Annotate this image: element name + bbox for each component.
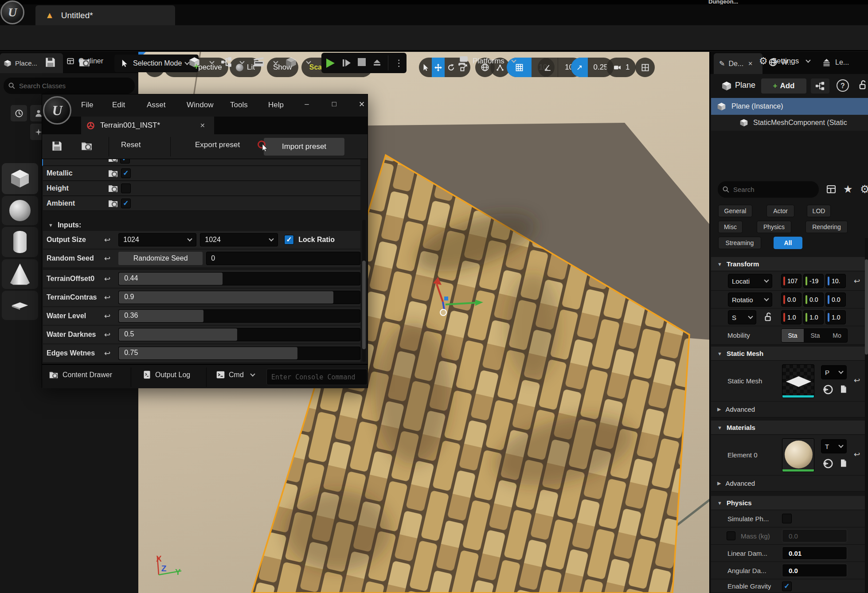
use-selected-asset-icon[interactable] — [822, 384, 833, 395]
scale-x-field[interactable]: 1.0 — [781, 310, 802, 324]
blueprints-button[interactable] — [221, 56, 232, 68]
details-search-box[interactable] — [718, 181, 819, 198]
rotation-snap-toggle[interactable] — [538, 58, 558, 77]
lock-ratio-checkbox[interactable]: ✓ — [284, 235, 294, 245]
details-scrollbar-track[interactable] — [865, 238, 868, 593]
mobility-stationary-option[interactable]: Sta — [804, 329, 827, 342]
enable-gravity-checkbox[interactable]: ✓ — [782, 581, 792, 591]
filter-physics[interactable]: Physics — [757, 221, 791, 233]
menu-edit[interactable]: Edit — [112, 101, 125, 109]
import-preset-button[interactable]: Import preset — [264, 138, 344, 156]
scale-snap-toggle[interactable]: ↗ — [571, 58, 588, 77]
reset-to-default-icon[interactable]: ↩ — [104, 254, 110, 263]
scale-z-field[interactable]: 1.0 — [825, 310, 846, 324]
add-component-button[interactable]: +Add — [761, 78, 806, 94]
place-sphere-item[interactable] — [2, 196, 38, 225]
menu-tools[interactable]: Tools — [230, 101, 248, 109]
search-classes-input[interactable] — [19, 82, 130, 90]
place-cube-item[interactable] — [2, 163, 38, 194]
cmd-dropdown[interactable]: Cmd — [216, 370, 254, 379]
material-asset-dropdown[interactable]: T — [821, 439, 847, 453]
reset-to-default-icon[interactable]: ↩ — [104, 330, 110, 339]
filter-rendering[interactable]: Rendering — [805, 221, 848, 233]
terrain-window-titlebar[interactable]: File Edit Asset Window Tools Help – □ ✕ — [42, 94, 368, 117]
static-mesh-asset-dropdown[interactable]: P — [821, 365, 847, 379]
filter-actor[interactable]: Actor — [766, 205, 794, 217]
inputs-section-header[interactable]: ▼ Inputs: — [48, 221, 81, 229]
param-checkbox[interactable]: ✓ — [121, 168, 131, 178]
place-cylinder-item[interactable] — [2, 227, 38, 257]
mass-override-checkbox[interactable]: ✓ — [727, 531, 735, 540]
materials-section-header[interactable]: ▼Materials — [711, 421, 868, 435]
save-button[interactable] — [44, 56, 56, 68]
reset-to-default-icon[interactable]: ↩ — [104, 274, 110, 284]
terrainoffset0-slider[interactable]: 0.44 — [118, 272, 360, 285]
console-command-input[interactable] — [271, 369, 368, 385]
location-y-field[interactable]: -19 — [803, 274, 824, 288]
cinematics-button[interactable] — [253, 56, 265, 68]
filter-misc[interactable]: Misc — [718, 221, 743, 233]
tab-terrain001-inst[interactable]: Terrain001_INST* ✕ — [81, 117, 214, 134]
settings-gear-icon[interactable]: ⚙ — [860, 183, 868, 195]
close-button[interactable]: ✕ — [354, 100, 369, 109]
location-dropdown[interactable]: Locati — [728, 274, 772, 288]
close-icon[interactable]: ✕ — [200, 122, 205, 129]
mobility-static-option[interactable]: Sta — [782, 329, 804, 342]
output-height-dropdown[interactable]: 1024 — [200, 233, 278, 246]
seed-value-field[interactable]: 0 — [206, 252, 360, 265]
scale-dropdown[interactable]: S — [728, 310, 756, 324]
transform-section-header[interactable]: ▼Transform — [711, 257, 868, 271]
rotation-z-field[interactable]: 0.0 — [825, 293, 846, 307]
save-asset-button[interactable] — [51, 140, 63, 152]
browse-to-asset-button[interactable] — [80, 140, 93, 152]
lock-icon[interactable] — [858, 80, 868, 90]
reset-to-default-icon[interactable]: ↩ — [104, 235, 110, 245]
search-classes-box[interactable] — [4, 78, 135, 94]
camera-speed-button[interactable]: 1 — [606, 58, 636, 77]
settings-dropdown[interactable]: ⚙ Settings — [759, 55, 810, 67]
minimize-button[interactable]: – — [299, 100, 314, 109]
physics-section-header[interactable]: ▼Physics — [711, 496, 868, 510]
reset-to-default-icon[interactable]: ↩ — [854, 450, 860, 459]
tab-level-untitled[interactable]: ▲ Untitled* — [35, 5, 175, 25]
location-x-field[interactable]: 107 — [781, 274, 802, 288]
help-icon[interactable]: ? — [837, 79, 849, 92]
rotation-dropdown[interactable]: Rotatio — [728, 293, 772, 307]
materials-advanced-row[interactable]: ▶Advanced — [711, 476, 868, 492]
build-button[interactable] — [285, 56, 297, 68]
filter-all[interactable]: All — [774, 237, 802, 249]
scale-lock-icon[interactable] — [763, 312, 773, 322]
rotate-tool-button[interactable] — [445, 58, 457, 77]
filter-lod[interactable]: LOD — [807, 205, 831, 217]
source-control-button[interactable] — [78, 56, 91, 68]
water-level-slider[interactable]: 0.36 — [118, 309, 360, 323]
angular-damping-field[interactable]: 0.0 — [782, 564, 847, 577]
move-tool-button[interactable] — [432, 58, 445, 77]
randomize-seed-button[interactable]: Randomize Seed — [118, 252, 203, 265]
tab-levels[interactable]: Le... — [821, 58, 849, 67]
recently-placed-button[interactable] — [11, 105, 27, 121]
editor-mode-dropdown[interactable]: Selection Mode — [114, 55, 199, 72]
place-plane-item[interactable] — [2, 291, 38, 320]
param-checkbox[interactable]: ✓ — [121, 183, 131, 193]
platforms-dropdown[interactable]: Platforms — [457, 55, 516, 66]
texture-browse-icon[interactable] — [108, 198, 118, 209]
static-mesh-thumbnail[interactable] — [782, 364, 814, 398]
menu-window[interactable]: Window — [187, 101, 213, 109]
menu-file[interactable]: File — [81, 101, 93, 109]
mobility-movable-option[interactable]: Mo — [827, 329, 847, 342]
texture-browse-icon[interactable] — [108, 168, 118, 179]
reset-to-default-icon[interactable]: ↩ — [104, 349, 110, 358]
edit-blueprint-button[interactable] — [811, 78, 829, 94]
simulate-physics-checkbox[interactable]: ✓ — [782, 514, 792, 523]
static-mesh-advanced-row[interactable]: ▶Advanced — [711, 402, 868, 417]
unreal-logo[interactable]: U — [0, 0, 24, 24]
browse-to-asset-icon[interactable] — [839, 458, 848, 468]
location-z-field[interactable]: 10. — [825, 274, 846, 288]
use-selected-asset-icon[interactable] — [822, 458, 833, 469]
tab-details[interactable]: ✎ De... ✕ — [714, 53, 762, 74]
reset-to-default-icon[interactable]: ↩ — [104, 293, 110, 302]
export-preset-button[interactable]: Export preset — [195, 140, 240, 149]
tree-row-plane-instance[interactable]: Plane (Instance) — [711, 98, 868, 115]
menu-asset[interactable]: Asset — [147, 101, 166, 109]
